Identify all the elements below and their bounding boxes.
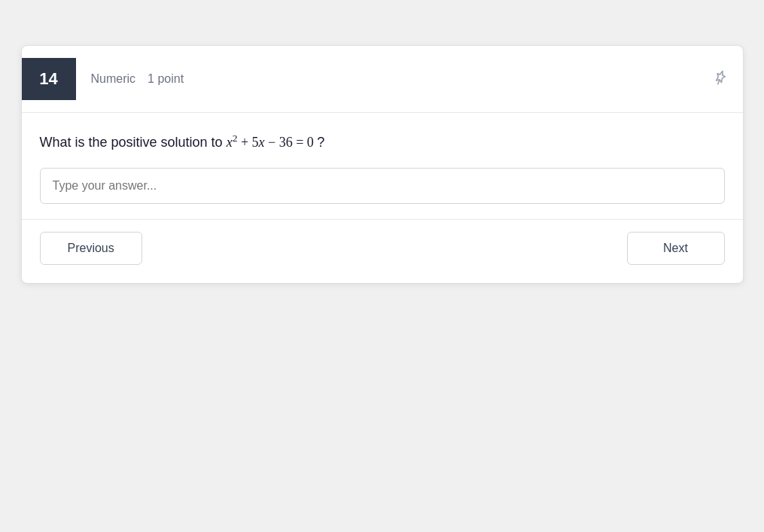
- question-text-prefix: What is the positive solution to: [40, 135, 227, 150]
- previous-button[interactable]: Previous: [40, 232, 142, 265]
- question-meta: Numeric 1 point: [91, 72, 711, 86]
- card-footer: Previous Next: [22, 219, 743, 283]
- card-body: What is the positive solution to x2 + 5x…: [22, 113, 743, 219]
- next-button[interactable]: Next: [627, 232, 725, 265]
- question-number-badge: 14: [22, 58, 76, 100]
- question-points: 1 point: [148, 72, 184, 86]
- question-number: 14: [39, 69, 57, 89]
- question-text-suffix: ?: [317, 135, 324, 150]
- card-header: 14 Numeric 1 point: [22, 46, 743, 113]
- svg-line-0: [717, 81, 719, 84]
- question-type: Numeric: [91, 72, 136, 86]
- question-card: 14 Numeric 1 point What is the positive …: [21, 45, 744, 284]
- math-expression: x2 + 5x − 36 = 0: [227, 135, 318, 150]
- answer-input[interactable]: [40, 168, 725, 204]
- pin-icon[interactable]: [708, 67, 731, 92]
- question-text: What is the positive solution to x2 + 5x…: [40, 131, 725, 153]
